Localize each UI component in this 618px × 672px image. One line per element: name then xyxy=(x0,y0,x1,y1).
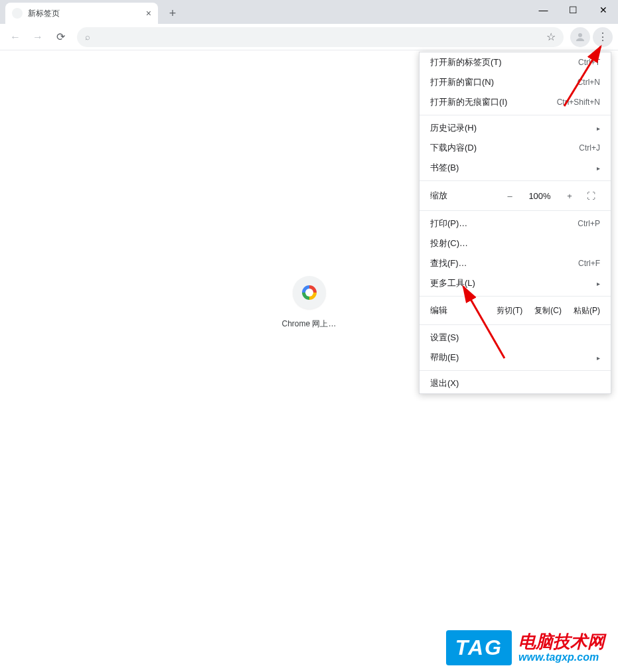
window-controls: — ☐ ✕ xyxy=(528,0,618,20)
menu-downloads[interactable]: 下载内容(D) Ctrl+J xyxy=(420,138,611,158)
zoom-value: 100% xyxy=(527,191,552,201)
menu-exit[interactable]: 退出(X) xyxy=(420,373,611,393)
menu-item-label: 打印(P)… xyxy=(430,218,467,230)
menu-button[interactable]: ⋮ xyxy=(593,27,613,47)
menu-separator xyxy=(420,115,611,115)
menu-history[interactable]: 历史记录(H) ▸ xyxy=(420,118,611,138)
menu-separator xyxy=(420,324,611,325)
edit-paste[interactable]: 粘贴(P) xyxy=(574,305,600,316)
bookmark-star-icon[interactable]: ☆ xyxy=(546,31,556,43)
menu-find[interactable]: 查找(F)… Ctrl+F xyxy=(420,253,611,273)
submenu-arrow-icon: ▸ xyxy=(597,354,600,362)
search-icon: ⌕ xyxy=(85,32,90,42)
menu-shortcut: Ctrl+T xyxy=(578,58,600,67)
menu-cast[interactable]: 投射(C)… xyxy=(420,234,611,253)
menu-separator xyxy=(420,180,611,181)
watermark-line1: 电脑技术网 xyxy=(518,632,605,651)
menu-item-label: 书签(B) xyxy=(430,162,459,174)
zoom-out-button[interactable]: – xyxy=(503,191,516,201)
menu-help[interactable]: 帮助(E) ▸ xyxy=(420,348,611,368)
submenu-arrow-icon: ▸ xyxy=(597,125,600,132)
menu-shortcut: Ctrl+F xyxy=(578,259,600,268)
profile-button[interactable] xyxy=(570,27,590,47)
zoom-in-button[interactable]: + xyxy=(563,191,576,201)
menu-item-label: 打开新的窗口(N) xyxy=(430,76,494,88)
menu-new-tab[interactable]: 打开新的标签页(T) Ctrl+T xyxy=(420,52,611,72)
menu-item-label: 打开新的无痕窗口(I) xyxy=(430,96,507,108)
menu-shortcut: Ctrl+Shift+N xyxy=(557,98,600,107)
menu-item-label: 打开新的标签页(T) xyxy=(430,56,502,68)
address-input[interactable] xyxy=(96,32,546,42)
zoom-label: 缩放 xyxy=(430,190,447,202)
minimize-button[interactable]: — xyxy=(528,0,558,20)
edit-copy[interactable]: 复制(C) xyxy=(534,305,562,316)
menu-settings[interactable]: 设置(S) xyxy=(420,328,611,348)
fullscreen-button[interactable]: ⛶ xyxy=(587,191,600,201)
profile-icon xyxy=(574,31,586,43)
menu-edit: 编辑 剪切(T) 复制(C) 粘贴(P) xyxy=(420,299,611,322)
maximize-button[interactable]: ☐ xyxy=(558,0,588,20)
tab-favicon xyxy=(12,8,23,19)
watermark-line2: www.tagxp.com xyxy=(518,651,605,663)
tab-title: 新标签页 xyxy=(28,8,60,19)
main-menu: 打开新的标签页(T) Ctrl+T 打开新的窗口(N) Ctrl+N 打开新的无… xyxy=(419,52,611,394)
reload-button[interactable]: ⟳ xyxy=(50,27,70,47)
menu-item-label: 投射(C)… xyxy=(430,237,468,249)
menu-item-label: 帮助(E) xyxy=(430,352,459,364)
menu-incognito[interactable]: 打开新的无痕窗口(I) Ctrl+Shift+N xyxy=(420,92,611,112)
browser-tab[interactable]: 新标签页 × xyxy=(5,3,158,24)
watermark: TAG 电脑技术网 www.tagxp.com xyxy=(446,630,605,665)
edit-cut[interactable]: 剪切(T) xyxy=(497,305,522,316)
menu-item-label: 退出(X) xyxy=(430,377,459,389)
toolbar: ← → ⟳ ⌕ ☆ ⋮ xyxy=(0,24,618,50)
menu-separator xyxy=(420,296,611,297)
submenu-arrow-icon: ▸ xyxy=(597,165,600,172)
close-window-button[interactable]: ✕ xyxy=(588,0,618,20)
tab-close-icon[interactable]: × xyxy=(146,8,151,19)
back-button[interactable]: ← xyxy=(5,27,25,47)
menu-item-label: 查找(F)… xyxy=(430,257,467,269)
submenu-arrow-icon: ▸ xyxy=(597,280,600,287)
svg-point-0 xyxy=(578,33,582,37)
menu-print[interactable]: 打印(P)… Ctrl+P xyxy=(420,214,611,234)
menu-item-label: 历史记录(H) xyxy=(430,122,477,134)
menu-bookmarks[interactable]: 书签(B) ▸ xyxy=(420,158,611,178)
menu-separator xyxy=(420,210,611,211)
menu-item-label: 更多工具(L) xyxy=(430,277,475,289)
titlebar: 新标签页 × + — ☐ ✕ xyxy=(0,0,618,24)
new-tab-button[interactable]: + xyxy=(163,4,182,23)
chrome-webstore-icon[interactable] xyxy=(293,276,326,309)
menu-item-label: 下载内容(D) xyxy=(430,142,477,154)
menu-shortcut: Ctrl+P xyxy=(578,219,600,228)
watermark-tag: TAG xyxy=(446,630,512,665)
menu-shortcut: Ctrl+N xyxy=(578,78,600,87)
menu-new-window[interactable]: 打开新的窗口(N) Ctrl+N xyxy=(420,72,611,92)
menu-more-tools[interactable]: 更多工具(L) ▸ xyxy=(420,273,611,293)
forward-button[interactable]: → xyxy=(28,27,48,47)
menu-zoom: 缩放 – 100% + ⛶ xyxy=(420,184,611,208)
menu-shortcut: Ctrl+J xyxy=(579,143,600,153)
address-bar[interactable]: ⌕ ☆ xyxy=(77,27,564,47)
edit-label: 编辑 xyxy=(430,304,447,316)
menu-separator xyxy=(420,370,611,371)
menu-item-label: 设置(S) xyxy=(430,332,459,344)
